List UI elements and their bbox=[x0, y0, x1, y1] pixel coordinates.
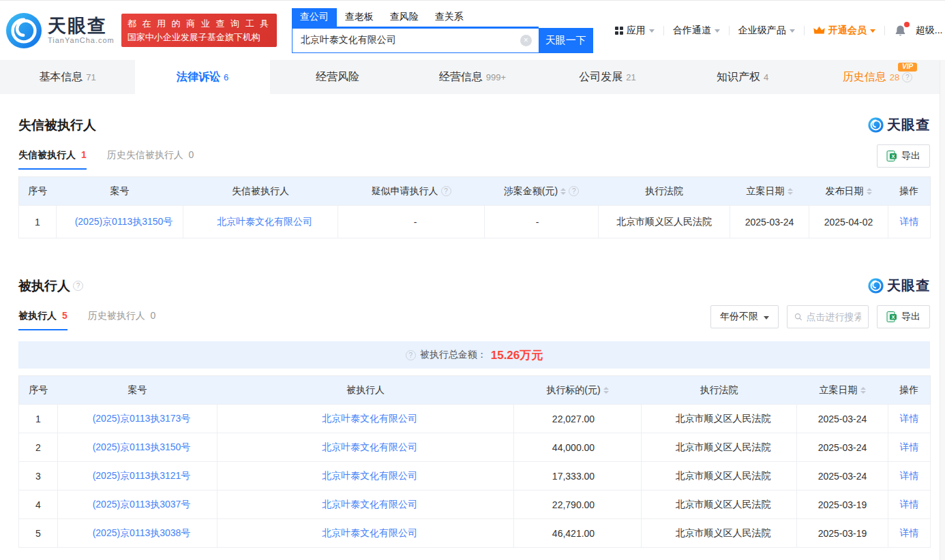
help-icon[interactable]: ? bbox=[569, 186, 579, 196]
table-search-input[interactable] bbox=[807, 311, 862, 322]
shixin-subtabs: 失信被执行人 1 历史失信被执行人 0 bbox=[18, 149, 194, 170]
scrollbar[interactable] bbox=[940, 61, 945, 560]
nav-apps[interactable]: 应用 bbox=[615, 25, 655, 37]
detail-link[interactable]: 详情 bbox=[900, 413, 919, 424]
cell-seq: 1 bbox=[19, 206, 57, 238]
cell-filing-date: 2025-03-24 bbox=[797, 462, 888, 491]
zhixing-export-button[interactable]: X 导出 bbox=[877, 305, 930, 328]
chevron-down-icon bbox=[790, 29, 795, 33]
search-tab-risk[interactable]: 查风险 bbox=[382, 8, 427, 27]
detail-link[interactable]: 详情 bbox=[900, 441, 919, 452]
case-link[interactable]: (2025)京0113执3150号 bbox=[75, 216, 173, 227]
help-icon[interactable]: ? bbox=[406, 350, 416, 360]
col-publish-date: 发布日期 bbox=[826, 185, 864, 198]
total-value: 15.26万元 bbox=[491, 347, 543, 363]
search-button[interactable]: 天眼一下 bbox=[539, 28, 593, 53]
subtab-zhixing-current[interactable]: 被执行人 5 bbox=[18, 310, 68, 330]
col-action: 操作 bbox=[899, 384, 918, 396]
tianyancha-logo[interactable]: 天眼查 TianYanCha.com bbox=[5, 12, 115, 49]
tianyancha-watermark: 天眼查 bbox=[868, 116, 930, 134]
cell-filing-date: 2025-03-24 bbox=[730, 206, 809, 238]
help-icon[interactable]: ? bbox=[902, 72, 912, 82]
col-executed-person: 被执行人 bbox=[346, 384, 385, 396]
detail-link[interactable]: 详情 bbox=[900, 499, 919, 510]
cell-seq: 5 bbox=[19, 519, 58, 548]
search-tab-relation[interactable]: 查关系 bbox=[427, 8, 472, 27]
help-icon[interactable]: ? bbox=[73, 281, 83, 291]
company-link[interactable]: 北京叶泰文化有限公司 bbox=[322, 441, 417, 452]
subtab-zhixing-history[interactable]: 历史被执行人 0 bbox=[88, 310, 156, 330]
slogan-line1: 都 在 用 的 商 业 查 询 工 具 bbox=[127, 17, 271, 31]
shixin-export-button[interactable]: X 导出 bbox=[877, 144, 930, 168]
search-area: 查公司 查老板 查风险 查关系 × 天眼一下 bbox=[292, 8, 593, 53]
tab-label: 历史信息 bbox=[843, 70, 886, 84]
col-court: 执行法院 bbox=[700, 384, 738, 396]
nav-apps-label: 应用 bbox=[627, 25, 646, 37]
watermark-label: 天眼查 bbox=[887, 277, 930, 295]
table-header-row: 序号 案号 被执行人 执行标的(元) 执行法院 立案日期 操作 bbox=[19, 376, 931, 405]
subtab-count: 0 bbox=[189, 149, 194, 160]
case-link[interactable]: (2025)京0113执3150号 bbox=[93, 441, 191, 452]
col-dishonest-person: 失信被执行人 bbox=[232, 185, 289, 198]
clear-icon[interactable]: × bbox=[520, 35, 532, 46]
sort-icon[interactable] bbox=[787, 188, 793, 195]
divider bbox=[729, 26, 730, 35]
svg-text:X: X bbox=[891, 153, 895, 159]
tab-business-info[interactable]: 经营信息 999+ bbox=[405, 60, 540, 94]
company-link[interactable]: 北京叶泰文化有限公司 bbox=[322, 470, 417, 481]
nav-open-vip[interactable]: 开通会员 bbox=[813, 25, 875, 37]
subtab-shixin-current[interactable]: 失信被执行人 1 bbox=[18, 149, 87, 170]
notifications-bell[interactable] bbox=[894, 24, 907, 37]
tab-label: 法律诉讼 bbox=[177, 70, 220, 84]
search-input[interactable] bbox=[292, 28, 539, 53]
tab-basic-info[interactable]: 基本信息 71 bbox=[0, 60, 135, 94]
cell-court: 北京市顺义区人民法院 bbox=[642, 405, 797, 433]
col-filing-date: 立案日期 bbox=[820, 384, 858, 396]
subtab-shixin-history[interactable]: 历史失信被执行人 0 bbox=[107, 149, 194, 170]
nav-enterprise-products[interactable]: 企业级产品 bbox=[738, 25, 795, 37]
search-tab-boss[interactable]: 查老板 bbox=[337, 8, 382, 27]
search-tab-company[interactable]: 查公司 bbox=[292, 8, 337, 27]
case-link[interactable]: (2025)京0113执3037号 bbox=[93, 499, 191, 510]
tianyancha-watermark: 天眼查 bbox=[868, 277, 930, 295]
company-link[interactable]: 北京叶泰文化有限公司 bbox=[322, 413, 417, 424]
execution-total-banner: ? 被执行总金额： 15.26万元 bbox=[18, 341, 930, 369]
col-filing-date: 立案日期 bbox=[747, 185, 785, 198]
cell-filing-date: 2025-03-24 bbox=[797, 405, 888, 433]
case-link[interactable]: (2025)京0113执3038号 bbox=[93, 527, 191, 538]
company-page-tabs: 基本信息 71 法律诉讼 6 经营风险 经营信息 999+ 公司发展 21 知识… bbox=[0, 60, 945, 94]
sort-icon[interactable] bbox=[560, 188, 566, 195]
company-link[interactable]: 北京叶泰文化有限公司 bbox=[322, 499, 417, 510]
divider bbox=[663, 26, 664, 35]
tab-count: 28 bbox=[890, 72, 899, 82]
case-link[interactable]: (2025)京0113执3121号 bbox=[93, 470, 191, 481]
detail-link[interactable]: 详情 bbox=[900, 216, 919, 227]
nav-super-vip[interactable]: 超级... bbox=[916, 25, 945, 37]
company-link[interactable]: 北京叶泰文化有限公司 bbox=[217, 216, 312, 227]
table-row: 5 (2025)京0113执3038号 北京叶泰文化有限公司 46,421.00… bbox=[19, 519, 931, 548]
tianyancha-watermark-icon bbox=[868, 278, 884, 294]
shixin-section: 失信被执行人 天眼查 失信被执行人 1 历史失信被执行人 bbox=[18, 116, 930, 238]
detail-link[interactable]: 详情 bbox=[900, 527, 919, 538]
subtab-count: 5 bbox=[62, 310, 68, 321]
cell-court: 北京市顺义区人民法院 bbox=[642, 491, 797, 519]
sort-icon[interactable] bbox=[603, 387, 609, 394]
year-filter-dropdown[interactable]: 年份不限 bbox=[710, 305, 779, 328]
tab-intellectual-property[interactable]: 知识产权 4 bbox=[675, 60, 810, 94]
subtab-label: 历史被执行人 bbox=[88, 310, 145, 321]
tab-legal-proceedings[interactable]: 法律诉讼 6 bbox=[135, 60, 270, 94]
sort-icon[interactable] bbox=[860, 387, 866, 394]
table-row: 3 (2025)京0113执3121号 北京叶泰文化有限公司 17,333.00… bbox=[19, 462, 931, 491]
subtab-label: 历史失信被执行人 bbox=[107, 149, 183, 160]
shixin-table: 序号 案号 失信被执行人 疑似申请执行人? 涉案金额(元)? 执行法院 立案日期… bbox=[18, 176, 931, 238]
tab-business-risk[interactable]: 经营风险 bbox=[270, 60, 405, 94]
tab-company-development[interactable]: 公司发展 21 bbox=[540, 60, 675, 94]
nav-partner-channel[interactable]: 合作通道 bbox=[673, 25, 720, 37]
col-action: 操作 bbox=[899, 185, 918, 198]
detail-link[interactable]: 详情 bbox=[900, 470, 919, 481]
sort-icon[interactable] bbox=[867, 188, 872, 195]
tab-history-info[interactable]: VIP 历史信息 28 ? bbox=[810, 60, 945, 94]
help-icon[interactable]: ? bbox=[441, 186, 451, 196]
case-link[interactable]: (2025)京0113执3173号 bbox=[93, 413, 191, 424]
company-link[interactable]: 北京叶泰文化有限公司 bbox=[322, 527, 417, 538]
